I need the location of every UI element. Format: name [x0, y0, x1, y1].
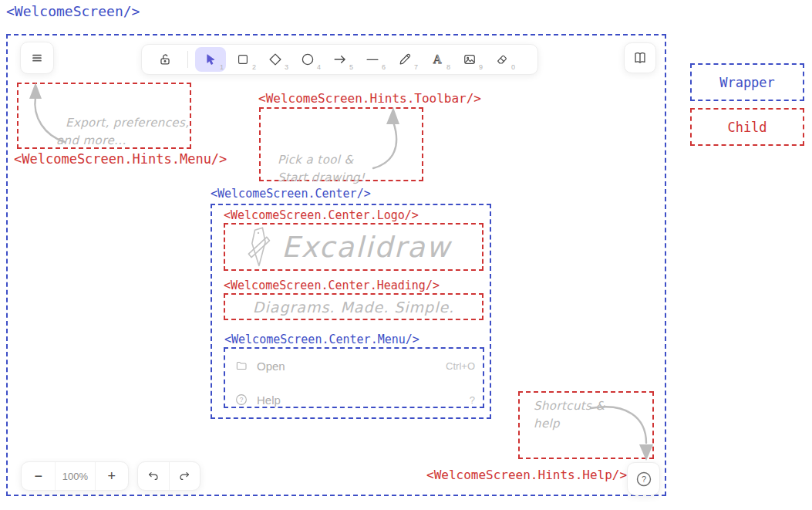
arrow-icon [332, 51, 349, 68]
svg-text:?: ? [240, 397, 244, 404]
library-button[interactable] [625, 43, 655, 73]
hint-toolbar-text: Pick a tool & Start drawing! [278, 151, 365, 186]
page-title: <WelcomeScreen/> [6, 3, 140, 19]
legend-child-box: Child [690, 108, 804, 146]
welcome-screen-doc-figure: <WelcomeScreen/> 1 [0, 0, 812, 510]
help-button[interactable]: ? [628, 463, 659, 495]
tool-shortcut-label: 3 [285, 63, 288, 71]
redo-button[interactable] [169, 462, 200, 490]
diamond-icon [267, 51, 284, 68]
undo-icon [146, 468, 161, 484]
tool-shortcut-label: 6 [382, 63, 386, 71]
legend-child-label: Child [727, 120, 767, 135]
menu-item-label: Help [257, 393, 281, 407]
unlock-icon [157, 51, 174, 68]
line-tool-button[interactable]: 6 [357, 47, 388, 72]
eraser-icon [494, 52, 510, 67]
diamond-tool-button[interactable]: 3 [260, 47, 291, 72]
hint-menu-text: Export, preferences, and more... [66, 114, 189, 149]
tool-shortcut-label: 2 [252, 63, 256, 71]
excalidraw-logo-icon [245, 225, 271, 269]
center-heading-text: Diagrams. Made. Simple. [253, 299, 454, 316]
text-icon: A [430, 52, 445, 67]
center-logo-box: Excalidraw [224, 223, 483, 271]
tool-shortcut-label: 5 [349, 63, 353, 71]
toolbar: 1 2 3 4 5 [141, 44, 538, 75]
arrow-tool-button[interactable]: 5 [325, 47, 355, 72]
main-menu-button[interactable] [21, 42, 53, 73]
minus-icon: − [34, 468, 42, 485]
question-circle-icon: ? [635, 470, 653, 488]
cursor-arrow-icon [203, 52, 218, 67]
image-icon [462, 52, 477, 67]
folder-open-icon [234, 359, 248, 373]
logo-wordmark: Excalidraw [281, 231, 451, 264]
tool-shortcut-label: 1 [220, 63, 224, 71]
svg-text:A: A [433, 53, 442, 66]
zoom-reset-button[interactable]: 100% [55, 462, 94, 490]
zoom-out-button[interactable]: − [22, 462, 55, 490]
lock-tool-button[interactable] [150, 47, 180, 72]
redo-icon [177, 468, 192, 484]
hamburger-icon [28, 49, 46, 67]
rectangle-tool-button[interactable]: 2 [227, 47, 258, 72]
open-book-icon [632, 49, 649, 66]
tool-shortcut-label: 8 [446, 63, 450, 71]
center-heading-box: Diagrams. Made. Simple. [224, 293, 483, 320]
svg-text:?: ? [641, 475, 645, 484]
legend-wrapper-box: Wrapper [690, 63, 804, 101]
center-menu-box: Open Ctrl+O ? Help ? [224, 347, 484, 408]
pencil-icon [397, 52, 413, 67]
tool-shortcut-label: 0 [511, 63, 515, 71]
draw-tool-button[interactable]: 7 [389, 47, 420, 72]
menu-item-label: Open [257, 360, 285, 373]
eraser-tool-button[interactable]: 0 [487, 47, 517, 72]
center-logo-label: <WelcomeScreen.Center.Logo/> [224, 208, 419, 222]
center-heading-label: <WelcomeScreen.Center.Heading/> [224, 279, 440, 292]
zoom-controls: − 100% + [21, 461, 129, 491]
tool-shortcut-label: 7 [414, 63, 418, 71]
ellipse-icon [299, 51, 316, 68]
line-icon [364, 51, 381, 68]
selection-tool-button[interactable]: 1 [195, 47, 226, 72]
undo-button[interactable] [138, 462, 169, 490]
rectangle-icon [235, 52, 251, 67]
ellipse-tool-button[interactable]: 4 [292, 47, 323, 72]
zoom-level: 100% [62, 471, 88, 482]
menu-item-shortcut: Ctrl+O [446, 360, 475, 372]
center-menu-label: <WelcomeScreen.Center.Menu/> [224, 333, 419, 346]
text-tool-button[interactable]: A 8 [422, 47, 453, 72]
hints-menu-label: <WelcomeScreen.Hints.Menu/> [14, 151, 227, 167]
plus-icon: + [108, 468, 116, 485]
menu-item-open[interactable]: Open Ctrl+O [234, 354, 475, 377]
toolbar-divider [187, 51, 188, 68]
tool-shortcut-label: 4 [317, 63, 321, 71]
legend-wrapper-label: Wrapper [719, 75, 775, 90]
image-tool-button[interactable]: 9 [454, 47, 485, 72]
menu-item-help[interactable]: ? Help ? [234, 388, 475, 411]
hint-help-text: Shortcuts & help [534, 397, 605, 432]
center-label: <WelcomeScreen.Center/> [211, 187, 371, 201]
zoom-in-button[interactable]: + [95, 462, 128, 490]
tool-shortcut-label: 9 [479, 63, 483, 71]
menu-item-shortcut: ? [470, 394, 475, 406]
question-circle-icon: ? [234, 393, 248, 407]
hints-help-label: <WelcomeScreen.Hints.Help/> [426, 468, 627, 482]
hints-toolbar-label: <WelcomeScreen.Hints.Toolbar/> [258, 91, 481, 106]
history-controls [137, 461, 200, 491]
